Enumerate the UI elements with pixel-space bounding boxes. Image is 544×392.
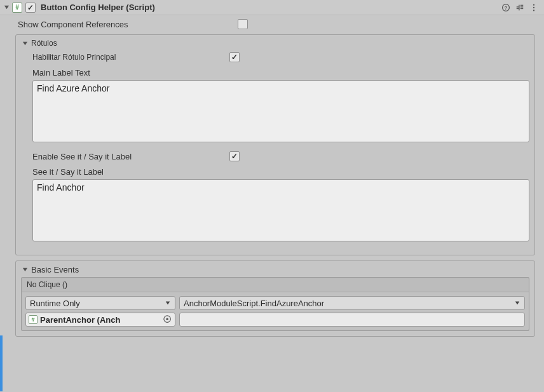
svg-rect-7 <box>520 6 523 7</box>
script-icon: # <box>29 315 37 324</box>
string-arg-field[interactable] <box>179 313 525 327</box>
chevron-down-icon <box>165 301 171 306</box>
runtime-mode-dropdown[interactable]: Runtime Only <box>25 296 175 310</box>
event-name: No Clique () <box>21 277 529 292</box>
svg-rect-5 <box>519 4 519 10</box>
svg-rect-8 <box>520 8 523 8</box>
object-picker-icon[interactable] <box>162 314 173 325</box>
triangle-down-icon <box>22 41 28 46</box>
main-text-input[interactable] <box>32 80 529 142</box>
svg-marker-12 <box>22 41 27 44</box>
main-text-label: Main Label Text <box>21 68 529 78</box>
enable-main-checkbox[interactable] <box>229 52 240 62</box>
svg-rect-3 <box>517 6 519 7</box>
show-refs-checkbox[interactable] <box>238 19 248 29</box>
svg-point-9 <box>533 4 534 5</box>
component-enabled-checkbox[interactable] <box>25 3 36 13</box>
selection-indicator <box>0 335 3 391</box>
seeit-text-input[interactable] <box>32 179 529 241</box>
events-box-title: Basic Events <box>31 265 79 274</box>
menu-icon[interactable] <box>529 3 539 13</box>
target-object-field[interactable]: # ParentAnchor (Anch <box>25 313 175 327</box>
triangle-down-icon <box>4 4 10 10</box>
target-object-value: ParentAnchor (Anch <box>40 315 162 325</box>
script-icon: # <box>12 3 22 13</box>
enable-seeit-label: Enable See it / Say it Label <box>32 152 228 161</box>
preset-icon[interactable] <box>515 3 525 13</box>
svg-point-10 <box>533 6 534 8</box>
seeit-label: See it / Say it Label <box>21 167 529 177</box>
labels-box-title: Rótulos <box>31 39 57 48</box>
foldout-toggle[interactable] <box>3 4 10 11</box>
runtime-mode-value: Runtime Only <box>30 299 165 308</box>
svg-marker-14 <box>166 302 170 305</box>
svg-marker-0 <box>4 6 8 9</box>
svg-marker-15 <box>515 302 519 305</box>
function-dropdown[interactable]: AnchorModuleScript.FindAzureAnchor <box>179 296 525 310</box>
svg-point-17 <box>166 318 168 320</box>
labels-box: Rótulos Habilitar Rótulo Principal Main … <box>15 34 535 255</box>
event-entry: Runtime Only AnchorModuleScript.FindAzur… <box>21 292 529 331</box>
component-title: Button Config Helper (Script) <box>41 3 501 12</box>
triangle-down-icon <box>22 267 28 273</box>
svg-marker-13 <box>22 268 27 271</box>
enable-main-label: Habilitar Rótulo Principal <box>32 53 228 62</box>
enable-seeit-checkbox[interactable] <box>229 151 240 161</box>
function-value: AnchorModuleScript.FindAzureAnchor <box>184 299 514 308</box>
show-refs-row: Show Component References <box>0 18 544 30</box>
svg-rect-4 <box>517 8 519 8</box>
component-header: # Button Config Helper (Script) ? <box>0 0 544 15</box>
labels-foldout[interactable] <box>21 39 29 47</box>
show-refs-label: Show Component References <box>18 20 236 29</box>
chevron-down-icon <box>514 301 520 306</box>
events-foldout[interactable] <box>21 266 29 274</box>
help-icon[interactable]: ? <box>501 3 511 13</box>
events-box: Basic Events No Clique () Runtime Only A… <box>15 260 535 337</box>
svg-text:?: ? <box>505 5 508 11</box>
svg-rect-6 <box>520 4 523 5</box>
svg-point-11 <box>533 10 534 11</box>
